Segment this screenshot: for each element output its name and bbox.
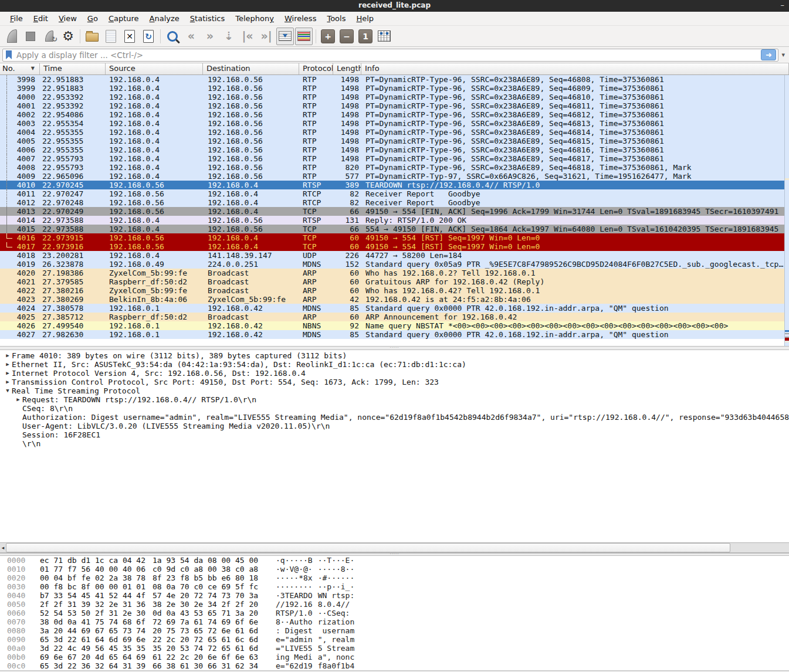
packet-row[interactable]: 401022.970245192.168.0.56192.168.0.4RTSP… xyxy=(0,181,784,189)
scrollbar-track[interactable] xyxy=(730,543,789,552)
column-header-time[interactable]: Time xyxy=(40,63,106,74)
first-packet-button[interactable]: |« xyxy=(239,28,256,45)
hex-row[interactable]: 002000 04 bf fe 02 2a 38 788f 23 f8 b5 b… xyxy=(0,573,789,582)
save-file-button[interactable] xyxy=(102,28,120,45)
close-file-button[interactable]: ✕ xyxy=(121,28,138,45)
zoom-100-button[interactable]: 1 xyxy=(357,28,374,45)
packet-list-scrollbar-minimap[interactable] xyxy=(784,75,789,346)
display-filter-input[interactable] xyxy=(15,50,758,60)
packet-row[interactable]: 401722.973916192.168.0.56192.168.0.4TCP6… xyxy=(0,242,784,251)
hex-row[interactable]: 00502f 2f 31 39 32 2e 31 3638 2e 30 2e 3… xyxy=(0,600,789,609)
packet-row[interactable]: 400222.954086192.168.0.4192.168.0.56RTP1… xyxy=(0,110,784,119)
hex-row[interactable]: 006052 54 53 50 2f 31 2e 300d 0a 43 53 6… xyxy=(0,609,789,617)
column-header-source[interactable]: Source xyxy=(106,63,203,74)
expander-collapsed-icon[interactable]: ▶ xyxy=(4,360,12,369)
start-capture-button[interactable] xyxy=(3,28,21,45)
expander-expanded-icon[interactable]: ▼ xyxy=(4,386,12,395)
resize-columns-button[interactable] xyxy=(375,28,393,45)
detail-line[interactable]: ▶Request: TEARDOWN rtsp://192.168.0.4// … xyxy=(0,395,789,404)
column-header-protocol[interactable]: Protocol xyxy=(299,63,333,74)
packet-row[interactable]: 401522.973588192.168.0.4192.168.0.56TCP6… xyxy=(0,225,784,233)
menu-tools[interactable]: Tools xyxy=(321,13,351,24)
packet-row[interactable]: 402527.385712Raspberr_df:50:d2BroadcastA… xyxy=(0,313,784,321)
detail-line[interactable]: ▶Frame 4010: 389 bytes on wire (3112 bit… xyxy=(0,351,789,360)
packet-row[interactable]: 402627.499540192.168.0.1192.168.0.42NBNS… xyxy=(0,321,784,330)
last-packet-button[interactable]: »| xyxy=(258,28,275,45)
detail-line[interactable]: User-Agent: LibVLC/3.0.20 (LIVE555 Strea… xyxy=(0,422,789,430)
hex-row[interactable]: 00a03d 22 4c 49 56 45 35 3535 20 53 74 7… xyxy=(0,644,789,653)
colorize-toggle[interactable] xyxy=(295,28,313,45)
packet-row[interactable]: 401622.973915192.168.0.56192.168.0.4TCP6… xyxy=(0,233,784,242)
menu-help[interactable]: Help xyxy=(351,13,379,24)
expander-collapsed-icon[interactable]: ▶ xyxy=(4,378,12,386)
hex-row[interactable]: 007038 0d 0a 41 75 74 68 6f72 69 7a 61 7… xyxy=(0,617,789,626)
packet-row[interactable]: 400422.955355192.168.0.4192.168.0.56RTP1… xyxy=(0,128,784,137)
column-header-length[interactable]: Length xyxy=(333,63,361,74)
hex-row[interactable]: 009065 3d 22 61 64 6d 69 6e22 2c 20 72 6… xyxy=(0,635,789,644)
hex-row[interactable]: 001001 77 f7 56 40 00 40 06c0 9d c0 a8 0… xyxy=(0,565,789,573)
open-file-button[interactable] xyxy=(83,28,101,45)
capture-options-button[interactable]: ⚙ xyxy=(59,28,77,45)
packet-row[interactable]: 402327.380269BelkinIn_8b:4a:06ZyxelCom_5… xyxy=(0,295,784,304)
packet-row[interactable]: 401422.973588192.168.0.4192.168.0.56RTSP… xyxy=(0,216,784,225)
detail-line[interactable]: Session: 16F28EC1 xyxy=(0,430,789,439)
menu-file[interactable]: File xyxy=(5,13,28,24)
packet-row[interactable]: 401322.970249192.168.0.56192.168.0.4TCP6… xyxy=(0,207,784,216)
packet-row[interactable]: 400922.965096192.168.0.4192.168.0.56RTP5… xyxy=(0,172,784,181)
detail-line[interactable]: CSeq: 8\r\n xyxy=(0,404,789,413)
apply-filter-button[interactable]: ➜ xyxy=(761,49,776,60)
packet-row[interactable]: 400322.955354192.168.0.4192.168.0.56RTP1… xyxy=(0,119,784,128)
expander-collapsed-icon[interactable]: ▶ xyxy=(14,395,22,404)
go-back-button[interactable]: « xyxy=(182,28,200,45)
detail-line[interactable]: \r\n xyxy=(0,439,789,448)
packet-row[interactable]: 400522.955355192.168.0.4192.168.0.56RTP1… xyxy=(0,137,784,145)
packet-row[interactable]: 401122.970247192.168.0.56192.168.0.4RTCP… xyxy=(0,189,784,198)
menu-capture[interactable]: Capture xyxy=(103,13,144,24)
hex-row[interactable]: 003000 f8 bc 8f 00 00 01 0108 0a 70 c0 c… xyxy=(0,582,789,591)
packet-row[interactable]: 400022.953392192.168.0.4192.168.0.56RTP1… xyxy=(0,93,784,101)
menu-statistics[interactable]: Statistics xyxy=(185,13,230,24)
detail-line[interactable]: ▶Internet Protocol Version 4, Src: 192.1… xyxy=(0,369,789,378)
stop-capture-button[interactable] xyxy=(22,28,39,45)
column-header-destination[interactable]: Destination xyxy=(203,63,299,74)
menu-wireless[interactable]: Wireless xyxy=(279,13,321,24)
packet-row[interactable]: 402027.198386ZyxelCom_5b:99:feBroadcastA… xyxy=(0,269,784,277)
packet-row[interactable]: 400822.955793192.168.0.4192.168.0.56RTP8… xyxy=(0,163,784,172)
menu-go[interactable]: Go xyxy=(82,13,103,24)
detail-line[interactable]: Authorization: Digest username="admin", … xyxy=(0,413,789,422)
packet-row[interactable]: 401222.970248192.168.0.56192.168.0.4RTCP… xyxy=(0,198,784,207)
hex-row[interactable]: 0040b7 33 54 45 41 52 44 4f57 4e 20 72 7… xyxy=(0,591,789,600)
scrollbar-thumb[interactable] xyxy=(6,543,730,552)
detail-line[interactable]: ▶Ethernet II, Src: ASUSTekC_93:54:da (04… xyxy=(0,360,789,369)
zoom-out-button[interactable]: − xyxy=(338,28,355,45)
detail-line[interactable]: ▶Transmission Control Protocol, Src Port… xyxy=(0,378,789,386)
packet-row[interactable]: 401823.200281192.168.0.4141.148.39.147UD… xyxy=(0,251,784,260)
scroll-left-arrow-icon[interactable]: ◂ xyxy=(0,543,6,552)
expander-collapsed-icon[interactable]: ▶ xyxy=(4,351,12,360)
reload-file-button[interactable]: ↻ xyxy=(140,28,157,45)
hex-row[interactable]: 0000ec 71 db d1 1c ca 04 421a 93 54 da 0… xyxy=(0,556,789,565)
restart-capture-button[interactable] xyxy=(40,28,58,45)
menu-view[interactable]: View xyxy=(53,13,82,24)
packet-row[interactable]: 399922.951883192.168.0.4192.168.0.56RTP1… xyxy=(0,84,784,93)
packet-row[interactable]: 402427.380578192.168.0.1192.168.0.42MDNS… xyxy=(0,304,784,313)
expander-collapsed-icon[interactable]: ▶ xyxy=(4,369,12,378)
filter-dropdown-caret-icon[interactable]: ▾ xyxy=(778,51,787,59)
menu-analyze[interactable]: Analyze xyxy=(144,13,185,24)
packet-row[interactable]: 402227.380216ZyxelCom_5b:99:feBroadcastA… xyxy=(0,286,784,295)
hex-row[interactable]: 00803a 20 44 69 67 65 73 7420 75 73 65 7… xyxy=(0,626,789,635)
packet-row[interactable]: 400722.955793192.168.0.4192.168.0.56RTP1… xyxy=(0,154,784,163)
go-to-packet-button[interactable]: ⇣ xyxy=(220,28,238,45)
zoom-in-button[interactable]: + xyxy=(319,28,337,45)
column-header-no[interactable]: No.▼ xyxy=(0,63,40,74)
detail-line[interactable]: ▼Real Time Streaming Protocol xyxy=(0,386,789,395)
auto-scroll-toggle[interactable] xyxy=(276,28,294,45)
hex-row[interactable]: 00b069 6e 67 20 4d 65 64 6961 22 2c 20 6… xyxy=(0,653,789,661)
display-filter-field[interactable]: ➜ xyxy=(2,49,778,62)
go-forward-button[interactable]: » xyxy=(201,28,219,45)
bookmark-icon[interactable] xyxy=(6,50,12,59)
packet-row[interactable]: 402727.982630192.168.0.1192.168.0.42MDNS… xyxy=(0,330,784,339)
column-header-info[interactable]: Info xyxy=(361,63,789,74)
menu-edit[interactable]: Edit xyxy=(28,13,53,24)
packet-row[interactable]: 402127.379585Raspberr_df:50:d2BroadcastA… xyxy=(0,277,784,286)
